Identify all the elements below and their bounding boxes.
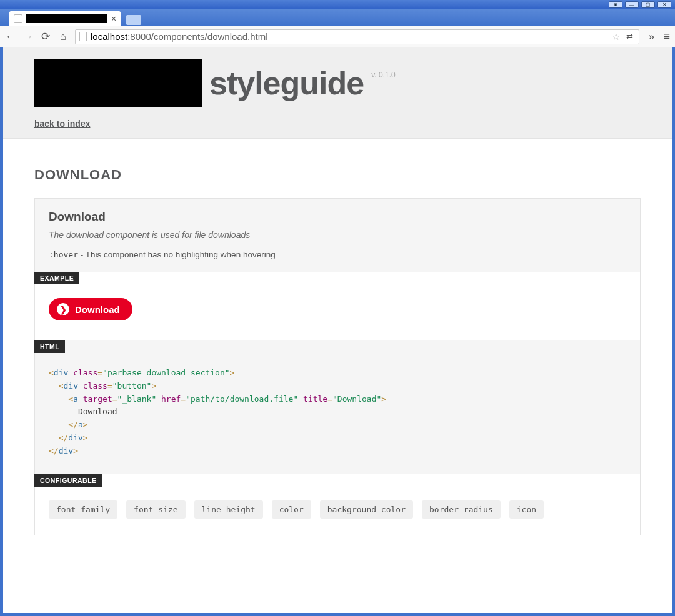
- hover-note: :hover - This component has no highlight…: [49, 250, 626, 259]
- close-tab-icon[interactable]: ×: [111, 14, 116, 24]
- code-snippet: <div class="parbase download section"> <…: [49, 367, 626, 458]
- configurable-chip: icon: [509, 500, 544, 519]
- window-maximize-button[interactable]: ▢: [641, 1, 655, 8]
- configurable-chip: color: [272, 500, 311, 519]
- card-intro: Download The download component is used …: [35, 199, 640, 272]
- home-button[interactable]: ⌂: [58, 31, 69, 43]
- tab-title-redacted: [26, 14, 108, 23]
- configurable-band-label: CONFIGURABLE: [34, 474, 102, 487]
- favicon-icon: [14, 14, 22, 23]
- configurable-chip: background-color: [320, 500, 413, 519]
- user-icon[interactable]: ◙: [609, 1, 622, 8]
- hover-text: - This component has no highlighting whe…: [78, 250, 276, 259]
- browser-toolbar: ← → ⟳ ⌂ localhost:8000/components/downlo…: [0, 26, 675, 47]
- component-card: Download The download component is used …: [34, 198, 641, 535]
- browser-tab-strip: ×: [0, 9, 675, 26]
- page-title: styleguide: [209, 64, 364, 102]
- new-tab-button[interactable]: [126, 15, 141, 25]
- configurable-chip-row: font-familyfont-sizeline-heightcolorback…: [49, 500, 626, 519]
- component-description: The download component is used for file …: [49, 230, 626, 240]
- component-name: Download: [49, 210, 626, 224]
- logo-redacted: [34, 59, 202, 107]
- forward-button[interactable]: →: [22, 31, 34, 43]
- download-button-label: Download: [75, 304, 120, 315]
- page-icon: [79, 32, 87, 41]
- address-bar[interactable]: localhost:8000/components/download.html …: [75, 29, 639, 44]
- example-band-label: EXAMPLE: [34, 272, 79, 284]
- section-title: DOWNLOAD: [34, 167, 641, 183]
- overflow-chevron-icon[interactable]: »: [646, 31, 657, 43]
- example-band: EXAMPLE ❯ Download: [35, 272, 640, 340]
- version-label: v. 0.1.0: [371, 71, 395, 79]
- window-close-button[interactable]: ✕: [658, 1, 671, 8]
- configurable-band: CONFIGURABLE font-familyfont-sizeline-he…: [35, 474, 640, 535]
- translate-icon[interactable]: ⇄: [624, 32, 635, 41]
- configurable-chip: font-family: [49, 500, 118, 519]
- bookmark-star-icon[interactable]: ☆: [612, 31, 620, 42]
- hover-selector: :hover: [49, 250, 78, 259]
- url-path: :8000/components/download.html: [128, 31, 268, 42]
- configurable-chip: font-size: [126, 500, 185, 519]
- url-host: localhost: [91, 31, 128, 42]
- back-to-index-link[interactable]: back to index: [34, 119, 90, 129]
- html-band-label: HTML: [34, 340, 65, 353]
- back-button[interactable]: ←: [5, 31, 16, 43]
- browser-menu-button[interactable]: ≡: [663, 30, 670, 43]
- download-arrow-icon: ❯: [57, 303, 69, 315]
- download-button[interactable]: ❯ Download: [49, 298, 132, 320]
- html-band: HTML <div class="parbase download sectio…: [35, 340, 640, 474]
- window-minimize-button[interactable]: —: [625, 1, 639, 8]
- browser-tab-active[interactable]: ×: [9, 11, 121, 26]
- reload-button[interactable]: ⟳: [40, 30, 51, 43]
- configurable-chip: line-height: [194, 500, 263, 519]
- page-header: styleguide v. 0.1.0 back to index: [3, 47, 672, 139]
- os-titlebar: ◙ — ▢ ✕: [0, 0, 675, 9]
- page-viewport[interactable]: styleguide v. 0.1.0 back to index DOWNLO…: [0, 47, 675, 616]
- configurable-chip: border-radius: [422, 500, 501, 519]
